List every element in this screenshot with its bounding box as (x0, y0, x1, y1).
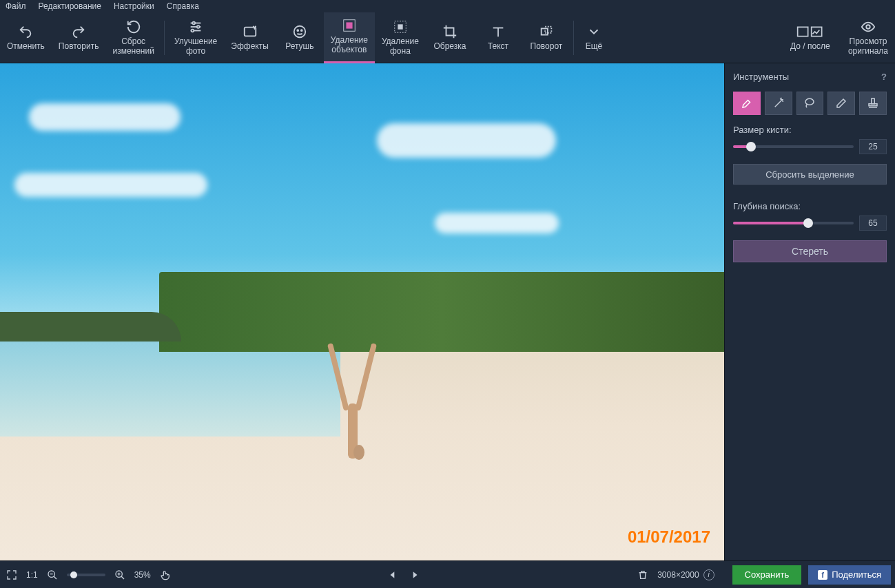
more-button[interactable]: Ещё (577, 12, 611, 63)
menu-file[interactable]: Файл (6, 1, 26, 11)
svg-point-5 (192, 29, 194, 32)
next-button[interactable] (407, 567, 422, 582)
compare-icon (796, 24, 824, 39)
brush-size-value[interactable]: 25 (859, 139, 887, 154)
object-removal-icon (342, 18, 357, 33)
toolbar-separator (573, 21, 574, 55)
toolbar-separator (164, 21, 165, 55)
svg-point-7 (294, 25, 306, 37)
zoom-in-icon (114, 569, 125, 580)
svg-point-19 (805, 98, 814, 105)
image-dimensions: 3008×2000 (657, 570, 699, 580)
brush-size-label: Размер кисти: (733, 125, 887, 135)
crop-label: Обрезка (433, 42, 466, 52)
before-after-button[interactable]: До / после (779, 12, 841, 63)
redo-button[interactable]: Повторить (52, 12, 106, 63)
svg-marker-30 (391, 571, 395, 578)
date-stamp: 01/07/2017 (628, 527, 710, 547)
search-depth-value[interactable]: 65 (859, 216, 887, 231)
object-removal-label: Удаление объектов (331, 36, 368, 55)
before-after-label: До / после (790, 42, 830, 52)
object-removal-button[interactable]: Удаление объектов (324, 12, 375, 63)
brush-icon (741, 97, 753, 109)
rotate-label: Поворот (531, 42, 563, 52)
view-original-button[interactable]: Просмотр оригинала (841, 12, 895, 63)
redo-label: Повторить (59, 42, 99, 52)
svg-rect-16 (798, 27, 808, 36)
eye-icon (861, 19, 876, 34)
trash-icon (637, 569, 648, 580)
svg-rect-13 (398, 24, 402, 29)
zoom-percent: 35% (134, 570, 151, 580)
brush-size-slider[interactable] (733, 145, 854, 148)
search-depth-slider[interactable] (733, 222, 854, 224)
prev-button[interactable] (385, 567, 400, 582)
svg-point-3 (197, 25, 200, 28)
zoom-in-button[interactable] (112, 567, 127, 582)
svg-point-8 (297, 30, 298, 31)
delete-button[interactable] (635, 567, 650, 582)
zoom-out-button[interactable] (45, 567, 60, 582)
svg-marker-31 (413, 571, 418, 578)
save-button[interactable]: Сохранить (732, 565, 802, 585)
effects-button[interactable]: Эффекты (224, 12, 276, 63)
fullscreen-button[interactable] (4, 567, 19, 582)
undo-button[interactable]: Отменить (0, 12, 52, 63)
share-label: Поделиться (832, 569, 881, 580)
magic-wand-tool[interactable] (765, 92, 792, 115)
zoom-slider[interactable] (67, 574, 105, 576)
brush-tool[interactable] (733, 92, 761, 115)
zoom-out-icon (47, 569, 58, 580)
stamp-icon (867, 97, 879, 109)
enhance-label: Улучшение фото (174, 37, 217, 56)
rotate-icon (539, 24, 554, 39)
chevron-down-icon (586, 24, 601, 39)
lasso-icon (803, 97, 816, 109)
effects-label: Эффекты (231, 42, 269, 52)
info-icon[interactable]: i (703, 569, 714, 580)
redo-icon (71, 24, 86, 39)
panel-title: Инструменты (733, 72, 789, 82)
one-to-one-button[interactable]: 1:1 (26, 570, 38, 580)
erase-button[interactable]: Стереть (733, 240, 887, 262)
text-label: Текст (488, 42, 508, 52)
crop-button[interactable]: Обрезка (426, 12, 474, 63)
rotate-button[interactable]: Поворот (522, 12, 570, 63)
svg-point-18 (866, 25, 870, 29)
tools-panel: Инструменты ? Размер кисти: 25 Сбросить … (724, 63, 895, 560)
effects-icon (243, 24, 258, 39)
svg-rect-17 (812, 27, 822, 36)
reset-label: Сброс изменений (112, 37, 154, 56)
menu-edit[interactable]: Редактирование (39, 1, 101, 11)
triangle-right-icon (410, 570, 420, 580)
svg-point-9 (301, 30, 302, 31)
text-button[interactable]: Текст (474, 12, 522, 63)
text-icon (491, 24, 506, 39)
eraser-icon (835, 97, 847, 109)
menu-settings[interactable]: Настройки (114, 1, 154, 11)
crop-icon (442, 24, 457, 39)
eraser-tool[interactable] (827, 92, 855, 115)
facebook-icon: f (818, 570, 827, 580)
svg-point-1 (192, 21, 195, 24)
more-label: Ещё (586, 42, 603, 52)
stamp-tool[interactable] (859, 92, 887, 115)
hand-tool-button[interactable] (158, 567, 173, 582)
canvas-area[interactable]: 01/07/2017 (0, 63, 724, 560)
help-icon[interactable]: ? (881, 72, 887, 82)
bg-removal-icon (393, 19, 408, 34)
status-bar: 1:1 35% 3008×2000 i Сохранить fПоделитьс… (0, 560, 895, 588)
main-toolbar: Отменить Повторить Сброс изменений Улучш… (0, 12, 895, 63)
bg-removal-label: Удаление фона (382, 37, 419, 56)
reset-selection-button[interactable]: Сбросить выделение (733, 164, 887, 185)
enhance-button[interactable]: Улучшение фото (167, 12, 224, 63)
photo: 01/07/2017 (0, 63, 724, 560)
reset-button[interactable]: Сброс изменений (105, 12, 161, 63)
undo-icon (18, 24, 33, 39)
retouch-button[interactable]: Ретушь (276, 12, 324, 63)
lasso-tool[interactable] (796, 92, 824, 115)
menu-help[interactable]: Справка (167, 1, 199, 11)
svg-line-24 (54, 576, 56, 579)
share-button[interactable]: fПоделиться (808, 565, 891, 585)
bg-removal-button[interactable]: Удаление фона (375, 12, 426, 63)
